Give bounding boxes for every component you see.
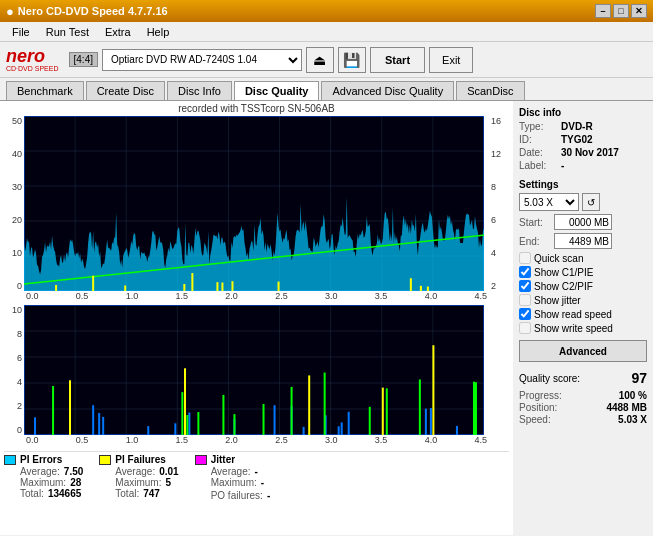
- show-c2pif-label: Show C2/PIF: [534, 281, 593, 292]
- show-read-speed-row: Show read speed: [519, 308, 647, 320]
- minimize-button[interactable]: –: [595, 4, 611, 18]
- disc-info-section: Disc info Type: DVD-R ID: TYG02 Date: 30…: [519, 107, 647, 171]
- menu-file[interactable]: File: [4, 24, 38, 40]
- show-jitter-row: Show jitter: [519, 294, 647, 306]
- nero-subtitle: CD·DVD SPEED: [6, 65, 59, 72]
- y-axis-right-top: 16128642: [489, 116, 509, 291]
- quality-score-row: Quality score: 97: [519, 370, 647, 386]
- maximize-button[interactable]: □: [613, 4, 629, 18]
- tab-benchmark[interactable]: Benchmark: [6, 81, 84, 100]
- label-value: -: [561, 160, 564, 171]
- speed-info-row: Speed: 5.03 X: [519, 414, 647, 425]
- bottom-chart-canvas: [24, 305, 484, 435]
- show-write-speed-checkbox[interactable]: [519, 322, 531, 334]
- main-content: recorded with TSSTcorp SN-506AB 50403020…: [0, 101, 653, 535]
- drive-label: [4:4]: [69, 52, 98, 67]
- charts-area: recorded with TSSTcorp SN-506AB 50403020…: [0, 101, 513, 535]
- type-label: Type:: [519, 121, 557, 132]
- x-axis-bottom: 0.00.51.01.52.02.53.03.54.04.5: [4, 435, 509, 445]
- date-label: Date:: [519, 147, 557, 158]
- speed-info-value: 5.03 X: [618, 414, 647, 425]
- drive-combo[interactable]: Optiarc DVD RW AD-7240S 1.04: [102, 49, 302, 71]
- speed-row: 5.03 X ↺: [519, 193, 647, 211]
- save-button[interactable]: 💾: [338, 47, 366, 73]
- start-button[interactable]: Start: [370, 47, 425, 73]
- show-c2-pif-row: Show C2/PIF: [519, 280, 647, 292]
- progress-row: Progress: 100 %: [519, 390, 647, 401]
- disc-type-row: Type: DVD-R: [519, 121, 647, 132]
- date-value: 30 Nov 2017: [561, 147, 619, 158]
- settings-title: Settings: [519, 179, 647, 190]
- pi-errors-color: [4, 455, 16, 465]
- legend-pi-failures: PI Failures Average:0.01 Maximum:5 Total…: [99, 454, 178, 501]
- id-value: TYG02: [561, 134, 593, 145]
- show-read-speed-checkbox[interactable]: [519, 308, 531, 320]
- end-mb-row: End:: [519, 233, 647, 249]
- speed-combo[interactable]: 5.03 X: [519, 193, 579, 211]
- quality-score-value: 97: [631, 370, 647, 386]
- menu-help[interactable]: Help: [139, 24, 178, 40]
- start-mb-row: Start:: [519, 214, 647, 230]
- close-button[interactable]: ✕: [631, 4, 647, 18]
- end-mb-label: End:: [519, 236, 551, 247]
- show-c1pie-checkbox[interactable]: [519, 266, 531, 278]
- title-bar: ● Nero CD-DVD Speed 4.7.7.16 – □ ✕: [0, 0, 653, 22]
- type-value: DVD-R: [561, 121, 593, 132]
- tab-disc-info[interactable]: Disc Info: [167, 81, 232, 100]
- pi-failures-stats: Average:0.01 Maximum:5 Total:747: [99, 466, 178, 499]
- quality-score-label: Quality score:: [519, 373, 580, 384]
- app-title: Nero CD-DVD Speed 4.7.7.16: [18, 5, 168, 17]
- jitter-stats: Average:- Maximum:- PO failures:-: [195, 466, 271, 501]
- tab-advanced-disc-quality[interactable]: Advanced Disc Quality: [321, 81, 454, 100]
- position-label: Position:: [519, 402, 557, 413]
- show-write-speed-row: Show write speed: [519, 322, 647, 334]
- chart-title: recorded with TSSTcorp SN-506AB: [4, 103, 509, 114]
- quick-scan-checkbox[interactable]: [519, 252, 531, 264]
- menu-bar: File Run Test Extra Help: [0, 22, 653, 42]
- speed-refresh-button[interactable]: ↺: [582, 193, 600, 211]
- exit-button[interactable]: Exit: [429, 47, 473, 73]
- eject-button[interactable]: ⏏: [306, 47, 334, 73]
- show-jitter-label: Show jitter: [534, 295, 581, 306]
- settings-section: Settings 5.03 X ↺ Start: End: Quick scan: [519, 179, 647, 362]
- y-axis-left-bottom: 1086420: [4, 305, 24, 435]
- pi-failures-label: PI Failures: [115, 454, 166, 465]
- tab-create-disc[interactable]: Create Disc: [86, 81, 165, 100]
- position-value: 4488 MB: [606, 402, 647, 413]
- menu-run-test[interactable]: Run Test: [38, 24, 97, 40]
- quick-scan-row: Quick scan: [519, 252, 647, 264]
- legend-pi-errors: PI Errors Average:7.50 Maximum:28 Total:…: [4, 454, 83, 501]
- position-row: Position: 4488 MB: [519, 402, 647, 413]
- jitter-color: [195, 455, 207, 465]
- show-write-speed-label: Show write speed: [534, 323, 613, 334]
- menu-extra[interactable]: Extra: [97, 24, 139, 40]
- speed-info-label: Speed:: [519, 414, 551, 425]
- advanced-button[interactable]: Advanced: [519, 340, 647, 362]
- end-mb-input[interactable]: [554, 233, 612, 249]
- window-controls: – □ ✕: [595, 4, 647, 18]
- jitter-label: Jitter: [211, 454, 235, 465]
- show-jitter-checkbox[interactable]: [519, 294, 531, 306]
- id-label: ID:: [519, 134, 557, 145]
- start-mb-label: Start:: [519, 217, 551, 228]
- progress-section: Progress: 100 % Position: 4488 MB Speed:…: [519, 390, 647, 425]
- progress-value: 100 %: [619, 390, 647, 401]
- progress-label: Progress:: [519, 390, 562, 401]
- top-chart-canvas: [24, 116, 484, 291]
- quick-scan-label: Quick scan: [534, 253, 583, 264]
- start-mb-input[interactable]: [554, 214, 612, 230]
- tab-scandisc[interactable]: ScanDisc: [456, 81, 524, 100]
- show-c2pif-checkbox[interactable]: [519, 280, 531, 292]
- sidebar: Disc info Type: DVD-R ID: TYG02 Date: 30…: [513, 101, 653, 535]
- tab-bar: Benchmark Create Disc Disc Info Disc Qua…: [0, 78, 653, 101]
- toolbar: nero CD·DVD SPEED [4:4] Optiarc DVD RW A…: [0, 42, 653, 78]
- show-read-speed-label: Show read speed: [534, 309, 612, 320]
- label-label: Label:: [519, 160, 557, 171]
- legend-area: PI Errors Average:7.50 Maximum:28 Total:…: [4, 451, 509, 503]
- legend-jitter: Jitter Average:- Maximum:- PO failures:-: [195, 454, 271, 501]
- tab-disc-quality[interactable]: Disc Quality: [234, 81, 320, 100]
- show-c1pie-label: Show C1/PIE: [534, 267, 593, 278]
- nero-logo-text: nero: [6, 47, 59, 65]
- disc-label-row: Label: -: [519, 160, 647, 171]
- disc-id-row: ID: TYG02: [519, 134, 647, 145]
